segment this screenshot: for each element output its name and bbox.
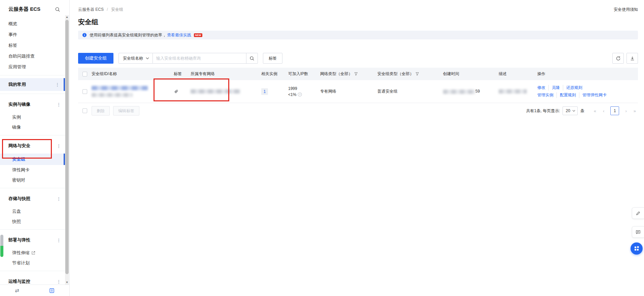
new-badge: NEW [194, 33, 202, 37]
sidebar-item-savings-plans[interactable]: 节省计划 [0, 258, 65, 268]
table-header: 安全组ID/名称 标签 所属专有网络 相关实例 可加入IP数 网络类型（全部） … [78, 68, 638, 80]
sidebar-group-storage-snapshots[interactable]: 存储与快照 ⋮ [0, 191, 65, 206]
sidebar-item-overview[interactable]: 概览 [0, 19, 65, 29]
toolbox-panel-button[interactable] [631, 242, 643, 255]
feedback-pencil-button[interactable] [632, 207, 644, 219]
svg-text:?: ? [299, 93, 301, 96]
group-label: 实例与镜像 [8, 101, 30, 107]
download-button[interactable] [626, 53, 638, 64]
sidebar-item-app-management[interactable]: 应用管理 [0, 62, 65, 72]
tag-icon[interactable] [174, 89, 191, 94]
sidebar-item-tags[interactable]: 标签 [0, 40, 65, 51]
create-security-group-button[interactable]: 创建安全组 [78, 53, 113, 64]
filter-funnel-icon[interactable] [354, 72, 358, 76]
kebab-menu-icon[interactable]: ⋮ [55, 82, 60, 87]
current-page[interactable]: 1 [610, 106, 619, 115]
sidebar-item-snapshots[interactable]: 快照 [0, 217, 65, 227]
per-page-select[interactable]: 20 [563, 106, 577, 115]
sidebar-footer: ⇄ [0, 285, 69, 296]
filter-field-select[interactable]: 安全组名称 [118, 53, 153, 64]
header-actions: 操作 [537, 71, 638, 77]
breadcrumb-row: 云服务器 ECS / 安全组 安全使用须知 [78, 0, 638, 12]
switch-version-icon[interactable]: ⇄ [15, 288, 19, 294]
breadcrumb-separator: / [107, 7, 108, 12]
redacted-vpc-id [191, 89, 240, 94]
group-label: 部署与弹性 [8, 237, 30, 243]
row-checkbox[interactable] [82, 89, 87, 94]
doc-list-icon[interactable] [49, 288, 55, 293]
toolbar-right [612, 53, 638, 64]
favorites-label: 我的常用 [8, 81, 26, 88]
sidebar-item-images[interactable]: 镜像 [0, 122, 65, 132]
last-page-button[interactable]: » [632, 108, 638, 113]
header-tags: 标签 [174, 71, 191, 77]
redacted-sg-name [92, 93, 133, 97]
sidebar-group-deploy-elasticity[interactable]: 部署与弹性 ⋮ [0, 232, 65, 248]
scrollbar-thumb[interactable] [65, 20, 69, 274]
sidebar-item-instances[interactable]: 实例 [0, 112, 65, 122]
search-button[interactable] [246, 53, 258, 64]
breadcrumb-root[interactable]: 云服务器 ECS [78, 7, 104, 12]
sidebar-group-ops-monitoring[interactable]: 运维与监控 ⋮ [0, 274, 65, 285]
sidebar-item-security-groups[interactable]: 安全组 [0, 154, 65, 165]
sidebar-item-events[interactable]: 事件 [0, 29, 65, 40]
action-manage-eni[interactable]: 管理弹性网卡 [579, 92, 610, 98]
sidebar-group-network-security[interactable]: 网络与安全 ⋮ [0, 138, 65, 154]
support-chat-button[interactable] [632, 226, 644, 238]
first-page-button[interactable]: « [592, 108, 598, 113]
security-notice-link[interactable]: 安全使用须知 [614, 7, 638, 12]
question-circle-icon[interactable]: ? [298, 92, 302, 97]
related-instances-count[interactable]: 1 [261, 88, 268, 95]
sidebar-scrollbar[interactable]: ▲ ▼ [65, 15, 69, 285]
select-all-checkbox[interactable] [82, 72, 87, 76]
per-page-unit: 条 [580, 108, 584, 114]
sidebar-item-disks[interactable]: 云盘 [0, 206, 65, 217]
page-title: 安全组 [78, 17, 638, 27]
kebab-menu-icon[interactable]: ⋮ [57, 238, 61, 243]
header-related-instances: 相关实例 [261, 71, 288, 77]
sidebar-item-troubleshooting[interactable]: 自助问题排查 [0, 51, 65, 62]
chat-bubble-icon [636, 230, 641, 235]
group-label: 存储与快照 [8, 196, 30, 202]
kebab-menu-icon[interactable]: ⋮ [57, 279, 61, 284]
header-vpc: 所属专有网络 [191, 71, 261, 77]
sidebar-item-key-pairs[interactable]: 密钥对 [0, 175, 65, 185]
refresh-button[interactable] [612, 53, 624, 64]
search-icon[interactable] [55, 7, 60, 12]
action-manage-instances[interactable]: 管理实例 [537, 92, 556, 98]
edge-progress-indicator [0, 235, 3, 257]
sidebar-scroll-area: 云服务器 ECS 概览 事件 标签 自助问题排查 应用管理 我的常用 ⋮ 实例与… [0, 0, 65, 285]
header-joinable-ip: 可加入IP数 [288, 71, 320, 77]
action-configure-rules[interactable]: 配置规则 [556, 92, 579, 98]
action-clone[interactable]: 克隆 [548, 85, 563, 91]
apps-grid-icon [634, 246, 639, 251]
scroll-down-icon[interactable]: ▼ [65, 281, 69, 285]
redacted-sg-id [92, 86, 148, 90]
action-modify[interactable]: 修改 [537, 85, 548, 91]
delete-button[interactable]: 删除 [92, 106, 110, 116]
sidebar: 云服务器 ECS 概览 事件 标签 自助问题排查 应用管理 我的常用 ⋮ 实例与… [0, 0, 70, 296]
kebab-menu-icon[interactable]: ⋮ [57, 143, 61, 149]
best-practice-link[interactable]: 查看最佳实践 [167, 32, 191, 38]
header-label: 网络类型（全部） [320, 71, 352, 77]
cell-description [499, 89, 537, 94]
sidebar-group-instances-images[interactable]: 实例与镜像 ⋮ [0, 97, 65, 112]
search-input[interactable] [153, 53, 246, 64]
kebab-menu-icon[interactable]: ⋮ [57, 196, 61, 201]
filter-funnel-icon[interactable] [415, 72, 419, 76]
scroll-up-icon[interactable]: ▲ [65, 15, 69, 19]
sidebar-item-eni[interactable]: 弹性网卡 [0, 165, 65, 175]
action-restore-rules[interactable]: 还原规则 [563, 85, 585, 91]
sidebar-item-auto-scaling[interactable]: 弹性伸缩 [0, 248, 65, 258]
edit-tags-button[interactable]: 编辑标签 [113, 106, 139, 116]
cell-tags[interactable] [174, 89, 191, 94]
prev-page-button[interactable]: ‹ [601, 108, 606, 113]
tags-filter-button[interactable]: 标签 [263, 53, 282, 64]
cell-sg-id-name[interactable] [92, 86, 174, 97]
item-label: 弹性伸缩 [12, 248, 30, 258]
next-page-button[interactable]: › [623, 108, 629, 113]
footer-select-all-checkbox[interactable] [82, 108, 87, 113]
pagination: 共有1条, 每页显示: 20 条 « ‹ 1 › » [526, 106, 638, 115]
sidebar-group-favorites[interactable]: 我的常用 ⋮ [0, 78, 65, 91]
kebab-menu-icon[interactable]: ⋮ [57, 102, 61, 107]
